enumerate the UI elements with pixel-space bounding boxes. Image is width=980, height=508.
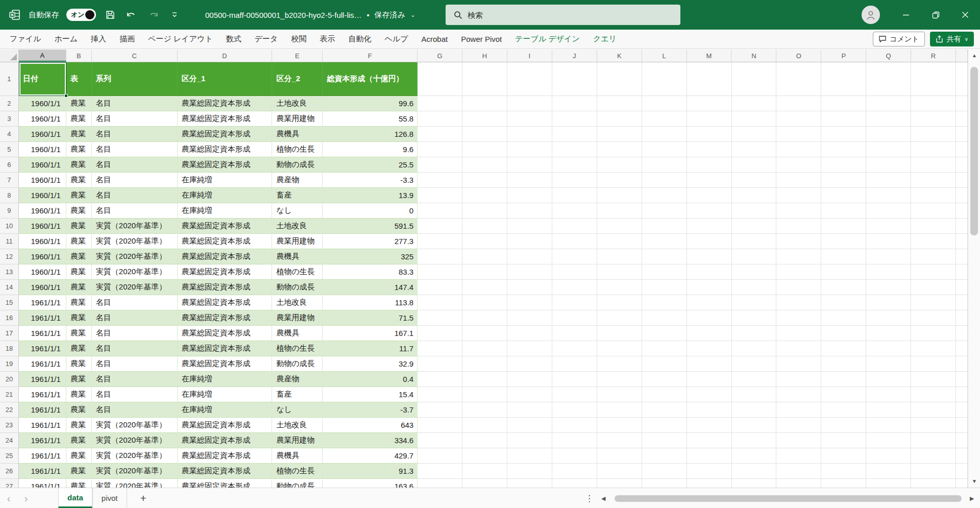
cell[interactable]: 1960/1/1 (19, 219, 66, 234)
cell[interactable]: 実質（2020年基準） (92, 249, 178, 264)
cell[interactable] (911, 372, 956, 387)
cell[interactable]: 1960/1/1 (19, 203, 66, 219)
cell[interactable] (732, 264, 777, 280)
cell[interactable] (866, 372, 911, 387)
cell[interactable] (462, 464, 507, 479)
column-header-L[interactable]: L (642, 50, 687, 62)
cell[interactable]: 1960/1/1 (19, 280, 66, 295)
cell[interactable] (776, 418, 821, 433)
cell[interactable] (552, 295, 597, 310)
cell[interactable] (866, 62, 911, 96)
cell[interactable] (462, 203, 507, 219)
cell[interactable]: 農業 (66, 249, 92, 264)
cell[interactable]: 農業総固定資本形成 (178, 111, 273, 127)
cell[interactable]: 農業総固定資本形成 (178, 142, 273, 157)
ribbon-tab-Power Pivot[interactable]: Power Pivot (454, 30, 508, 49)
cell[interactable] (911, 157, 956, 173)
cell[interactable]: 実質（2020年基準） (92, 448, 178, 464)
cell[interactable] (597, 479, 642, 488)
cell[interactable] (507, 188, 552, 203)
cell[interactable]: 1961/1/1 (19, 341, 66, 356)
cell[interactable] (462, 448, 507, 464)
cell[interactable]: 植物の生長 (272, 142, 323, 157)
cell[interactable] (732, 326, 777, 341)
ribbon-tab-Acrobat[interactable]: Acrobat (415, 30, 455, 49)
cell[interactable] (911, 96, 956, 111)
cell[interactable] (911, 249, 956, 264)
cell[interactable] (821, 387, 866, 402)
ribbon-tab-ページ レイアウト[interactable]: ページ レイアウト (141, 30, 219, 49)
cell[interactable] (552, 402, 597, 418)
cell[interactable]: 実質（2020年基準） (92, 280, 178, 295)
cell[interactable] (732, 142, 777, 157)
cell[interactable] (866, 280, 911, 295)
cell[interactable]: 農機具 (272, 448, 323, 464)
cell[interactable]: 名目 (92, 188, 178, 203)
cell[interactable]: 実質（2020年基準） (92, 234, 178, 249)
cell[interactable] (642, 219, 687, 234)
cell[interactable]: 農業総固定資本形成 (178, 464, 273, 479)
row-header-25[interactable]: 25 (0, 448, 19, 464)
cell[interactable] (597, 372, 642, 387)
cell[interactable] (956, 111, 968, 127)
cell[interactable] (866, 96, 911, 111)
cell[interactable] (507, 234, 552, 249)
cell[interactable] (552, 280, 597, 295)
cell[interactable] (597, 310, 642, 326)
save-icon[interactable] (103, 8, 117, 22)
cell[interactable] (552, 264, 597, 280)
cell[interactable] (821, 464, 866, 479)
column-header-K[interactable]: K (597, 50, 642, 62)
undo-icon[interactable] (125, 8, 139, 22)
cell[interactable] (687, 127, 732, 142)
cell[interactable]: 実質（2020年基準） (92, 264, 178, 280)
cell[interactable] (687, 219, 732, 234)
ribbon-tab-ファイル[interactable]: ファイル (3, 30, 47, 49)
column-header-R[interactable]: R (911, 50, 956, 62)
cell[interactable] (462, 142, 507, 157)
more-options-icon[interactable]: ⋮ (585, 488, 594, 508)
vertical-scrollbar[interactable]: ▲ ▼ (968, 50, 980, 488)
column-header-A[interactable]: A (19, 50, 66, 62)
cell[interactable] (642, 356, 687, 372)
cell[interactable] (911, 280, 956, 295)
cell[interactable]: 1960/1/1 (19, 157, 66, 173)
cell[interactable] (911, 418, 956, 433)
cell[interactable] (821, 479, 866, 488)
cell[interactable] (552, 249, 597, 264)
cell[interactable] (956, 310, 968, 326)
cell[interactable]: 1960/1/1 (19, 96, 66, 111)
cell[interactable] (507, 418, 552, 433)
column-header-H[interactable]: H (462, 50, 507, 62)
cell[interactable]: 農産物 (272, 173, 323, 188)
cell[interactable] (687, 310, 732, 326)
cell[interactable] (866, 234, 911, 249)
sheet-nav-left-icon[interactable]: ‹ (0, 488, 17, 508)
cell[interactable]: 植物の生長 (272, 464, 323, 479)
cell[interactable] (911, 448, 956, 464)
cell[interactable] (597, 418, 642, 433)
cell[interactable] (911, 464, 956, 479)
cell[interactable] (552, 479, 597, 488)
row-header-14[interactable]: 14 (0, 280, 19, 295)
cell[interactable]: 農業総固定資本形成 (178, 157, 273, 173)
ribbon-tab-表示[interactable]: 表示 (313, 30, 341, 49)
cell[interactable]: 農業総固定資本形成 (178, 96, 273, 111)
table-header-cell[interactable]: 区分_2 (272, 62, 323, 96)
cell[interactable] (776, 280, 821, 295)
cell[interactable] (462, 234, 507, 249)
ribbon-tab-テーブル デザイン[interactable]: テーブル デザイン (508, 30, 586, 49)
cell[interactable] (462, 249, 507, 264)
cell[interactable]: 名目 (92, 295, 178, 310)
cell[interactable]: 農業 (66, 219, 92, 234)
cell[interactable]: 1961/1/1 (19, 387, 66, 402)
cell[interactable] (642, 173, 687, 188)
cell[interactable]: 277.3 (323, 234, 418, 249)
cell[interactable] (507, 280, 552, 295)
cell[interactable] (507, 173, 552, 188)
row-header-18[interactable]: 18 (0, 341, 19, 356)
cell[interactable] (911, 234, 956, 249)
cell[interactable] (552, 341, 597, 356)
cell[interactable] (821, 402, 866, 418)
cell[interactable]: 畜産 (272, 387, 323, 402)
